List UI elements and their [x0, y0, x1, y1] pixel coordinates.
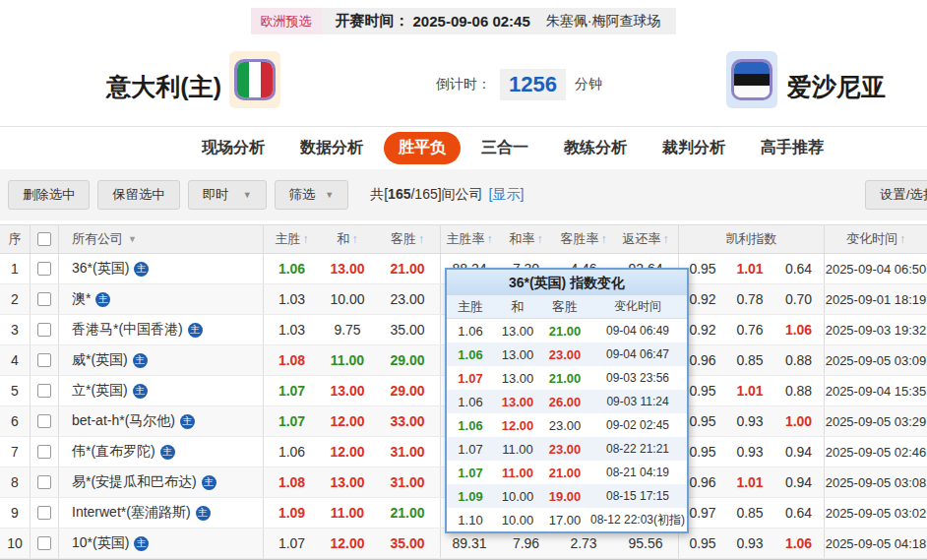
away-odds[interactable]: 31.00	[375, 467, 441, 497]
row-index: 1	[0, 254, 31, 283]
column-header-payout-rate[interactable]: 返还率↑	[613, 225, 679, 253]
filter-dropdown[interactable]: 筛选 ▼	[275, 180, 349, 210]
home-odds[interactable]: 1.03	[264, 284, 320, 314]
countdown-value: 1256	[500, 69, 566, 100]
company-cell[interactable]: 10*(英国)主	[59, 529, 264, 558]
row-checkbox[interactable]	[37, 445, 51, 459]
tab-高手推荐[interactable]: 高手推荐	[761, 132, 824, 164]
away-odds[interactable]: 29.00	[375, 376, 441, 405]
company-count-text: 共[165/165]间公司	[370, 186, 482, 204]
row-checkbox[interactable]	[37, 475, 51, 489]
select-all-checkbox[interactable]	[37, 232, 51, 246]
row-checkbox[interactable]	[37, 414, 51, 428]
row-checkbox[interactable]	[37, 384, 51, 398]
kelly-index: 1.01	[726, 254, 773, 283]
home-odds[interactable]: 1.09	[264, 498, 320, 528]
company-cell[interactable]: 伟*(直布罗陀)主	[59, 437, 264, 467]
popup-column-headers: 主胜 和 客胜 变化时间	[447, 295, 687, 319]
company-name: 10*(英国)	[72, 534, 129, 552]
company-header-label: 所有公司	[72, 230, 123, 248]
home-odds[interactable]: 1.06	[264, 437, 320, 467]
settings-select-button[interactable]: 设置/选择	[865, 180, 927, 210]
tab-三合一[interactable]: 三合一	[481, 132, 528, 164]
tab-现场分析[interactable]: 现场分析	[202, 132, 265, 164]
change-time: 2025-09-04 15:35	[825, 376, 927, 405]
row-checkbox[interactable]	[37, 536, 51, 550]
away-odds[interactable]: 29.00	[375, 345, 441, 375]
column-header-company[interactable]: 所有公司 ▼	[59, 225, 264, 253]
delete-selected-button[interactable]: 删除选中	[8, 180, 90, 210]
popup-history-row: 1.1010.0017.0008-12 22:03(初指)	[447, 508, 687, 531]
home-odds[interactable]: 1.07	[264, 406, 320, 436]
home-odds[interactable]: 1.07	[264, 529, 320, 558]
company-cell[interactable]: Interwet*(塞浦路斯)主	[59, 498, 264, 528]
row-checkbox[interactable]	[37, 323, 51, 337]
popup-draw-odds: 13.00	[494, 342, 541, 366]
company-cell[interactable]: 香港马*(中国香港)主	[59, 315, 264, 344]
column-header-draw-rate[interactable]: 和率↑	[498, 225, 554, 253]
checkbox-cell	[31, 376, 59, 405]
home-pick-badge-icon: 主	[133, 384, 148, 399]
column-header-change-time[interactable]: 变化时间↑	[825, 225, 927, 253]
home-odds[interactable]: 1.08	[264, 467, 320, 497]
column-header-home-rate[interactable]: 主胜率↑	[441, 225, 498, 253]
draw-odds[interactable]: 9.75	[320, 315, 375, 344]
home-odds[interactable]: 1.08	[264, 345, 320, 375]
tab-胜平负[interactable]: 胜平负	[384, 132, 461, 164]
popup-change-time: 09-04 06:47	[588, 342, 687, 366]
popup-history-row: 1.0711.0021.0008-21 04:19	[447, 461, 687, 484]
draw-odds[interactable]: 12.00	[320, 529, 375, 558]
company-cell[interactable]: 36*(英国)主	[59, 254, 264, 283]
row-checkbox[interactable]	[37, 292, 51, 306]
away-odds[interactable]: 31.00	[375, 437, 441, 467]
draw-odds[interactable]: 11.00	[320, 345, 375, 375]
draw-odds[interactable]: 12.00	[320, 437, 375, 467]
row-checkbox[interactable]	[37, 506, 51, 520]
popup-away-odds: 17.00	[541, 508, 588, 531]
company-name: 伟*(直布罗陀)	[72, 443, 155, 461]
company-cell[interactable]: bet-at-h*(马尔他)主	[59, 406, 264, 436]
draw-odds[interactable]: 12.00	[320, 406, 375, 436]
popup-change-time: 09-03 23:56	[588, 366, 687, 390]
popup-away-odds: 21.00	[541, 461, 588, 484]
sort-arrow-icon: ↑	[352, 232, 358, 246]
draw-odds[interactable]: 11.00	[320, 498, 375, 528]
home-pick-badge-icon: 主	[180, 414, 195, 429]
home-odds[interactable]: 1.07	[264, 376, 320, 405]
popup-rows: 1.0613.0021.0009-04 06:491.0613.0023.000…	[447, 319, 687, 531]
draw-odds[interactable]: 13.00	[320, 467, 375, 497]
away-odds[interactable]: 35.00	[375, 315, 441, 344]
tab-裁判分析[interactable]: 裁判分析	[662, 132, 725, 164]
home-odds[interactable]: 1.06	[264, 254, 320, 283]
away-odds[interactable]: 23.00	[375, 284, 441, 314]
draw-odds[interactable]: 10.00	[320, 284, 375, 314]
tab-教练分析[interactable]: 教练分析	[564, 132, 627, 164]
popup-change-time: 09-04 06:49	[588, 319, 687, 342]
column-header-away-win[interactable]: 客胜↑	[375, 225, 441, 253]
table-toolbar: 删除选中 保留选中 即时 ▼ 筛选 ▼ 共[165/165]间公司 [显示] 设…	[0, 169, 927, 220]
column-header-draw[interactable]: 和↑	[320, 225, 375, 253]
away-odds[interactable]: 35.00	[375, 529, 441, 558]
home-pick-badge-icon: 主	[188, 323, 203, 338]
popup-draw-odds: 13.00	[494, 366, 541, 390]
draw-odds[interactable]: 13.00	[320, 376, 375, 405]
home-odds[interactable]: 1.03	[264, 315, 320, 344]
away-odds[interactable]: 33.00	[375, 406, 441, 436]
instant-odds-dropdown[interactable]: 即时 ▼	[188, 180, 267, 210]
away-odds[interactable]: 21.00	[375, 498, 441, 528]
row-checkbox[interactable]	[37, 262, 51, 276]
company-cell[interactable]: 澳*主	[59, 284, 264, 314]
company-cell[interactable]: 易*(安提瓜和巴布达)主	[59, 467, 264, 497]
keep-selected-button[interactable]: 保留选中	[97, 180, 179, 210]
company-cell[interactable]: 立*(英国)主	[59, 376, 264, 405]
column-header-home-win[interactable]: 主胜↑	[264, 225, 320, 253]
popup-draw-odds: 11.00	[494, 461, 541, 484]
show-companies-link[interactable]: [显示]	[489, 186, 525, 204]
draw-odds[interactable]: 13.00	[320, 254, 375, 283]
row-checkbox[interactable]	[37, 353, 51, 367]
column-header-away-rate[interactable]: 客胜率↑	[554, 225, 613, 253]
tab-数据分析[interactable]: 数据分析	[300, 132, 363, 164]
company-cell[interactable]: 威*(英国)主	[59, 345, 264, 375]
away-odds[interactable]: 21.00	[375, 254, 441, 283]
chevron-down-icon: ▼	[325, 181, 334, 209]
